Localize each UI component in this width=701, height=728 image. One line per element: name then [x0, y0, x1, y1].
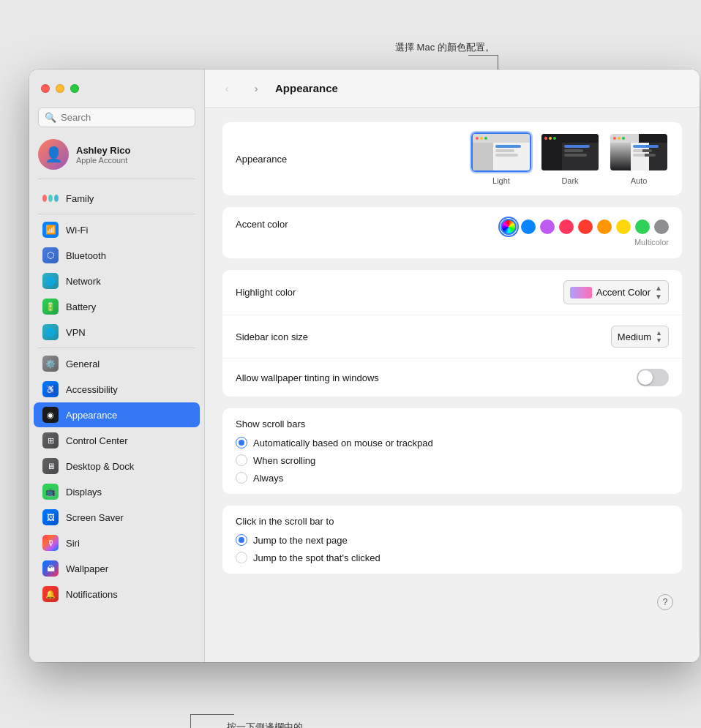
click-label-next-page: Jump to the next page: [253, 535, 348, 546]
main-window: 🔍 👤 Ashley Rico Apple Account: [29, 70, 700, 662]
appearance-card-row: Light: [382, 132, 669, 185]
network-icon: 🌐: [42, 273, 59, 289]
sidebar-item-displays[interactable]: 📺 Displays: [34, 479, 200, 504]
click-scroll-title: Click in the scroll bar to: [236, 516, 669, 527]
sidebar-item-general[interactable]: ⚙️ General: [34, 351, 200, 376]
sidebar-divider-3: [38, 348, 195, 348]
sidebar-icon-size-control: Medium ▲ ▼: [382, 326, 669, 348]
accent-multicolor[interactable]: [501, 219, 517, 235]
help-button[interactable]: ?: [657, 594, 673, 610]
user-info: Ashley Rico Apple Account: [76, 145, 195, 165]
sidebar-item-battery[interactable]: 🔋 Battery: [34, 294, 200, 319]
click-option-spot[interactable]: Jump to the spot that's clicked: [236, 552, 669, 563]
sidebar-item-vpn[interactable]: 🌐 VPN: [34, 320, 200, 345]
wallpaper-tinting-label: Allow wallpaper tinting in windows: [236, 372, 382, 383]
scroll-label-auto: Automatically based on mouse or trackpad: [253, 438, 433, 449]
close-button[interactable]: [41, 84, 50, 93]
sidebar-item-appearance[interactable]: ◉ Appearance: [34, 402, 200, 427]
user-subtitle: Apple Account: [76, 156, 195, 165]
sidebar-item-label-battery: Battery: [66, 301, 96, 312]
sidebar: 🔍 👤 Ashley Rico Apple Account: [29, 70, 205, 662]
battery-icon: 🔋: [42, 299, 59, 315]
scroll-option-auto[interactable]: Automatically based on mouse or trackpad: [236, 437, 669, 449]
sidebar-item-bluetooth[interactable]: ⬡ Bluetooth: [34, 243, 200, 268]
user-section[interactable]: 👤 Ashley Rico Apple Account: [29, 133, 204, 176]
sidebar-icon-size-select[interactable]: Medium ▲ ▼: [611, 326, 669, 348]
highlight-picker[interactable]: Accent Color ▲ ▼: [563, 280, 669, 304]
sidebar-item-family[interactable]: Family: [34, 186, 200, 211]
accent-graphite[interactable]: [654, 219, 669, 234]
general-icon: ⚙️: [42, 356, 59, 372]
scroll-option-always[interactable]: Always: [236, 472, 669, 484]
highlight-section: Highlight color Accent Color ▲ ▼: [222, 270, 682, 397]
scroll-radio-scrolling[interactable]: [236, 454, 247, 466]
toggle-thumb: [638, 370, 653, 385]
forward-button[interactable]: ›: [246, 81, 266, 96]
sidebar-icon-size-label: Sidebar icon size: [236, 331, 382, 342]
family-icon: [42, 190, 59, 206]
click-option-next-page[interactable]: Jump to the next page: [236, 534, 669, 546]
screen-saver-icon: 🖼: [42, 509, 59, 525]
sidebar-item-label-family: Family: [66, 193, 94, 204]
appearance-section: Appearance: [222, 122, 682, 195]
appearance-row: Appearance: [222, 122, 682, 195]
click-radio-next-page[interactable]: [236, 534, 247, 546]
scroll-radio-always[interactable]: [236, 472, 247, 484]
scroll-label-scrolling: When scrolling: [253, 455, 315, 466]
scroll-radio-auto[interactable]: [236, 437, 247, 449]
accent-pink[interactable]: [559, 219, 574, 234]
titlebar: [29, 70, 204, 108]
search-input[interactable]: [61, 112, 189, 123]
sidebar-item-siri[interactable]: 🎙 Siri: [34, 530, 200, 555]
accent-green[interactable]: [635, 219, 650, 234]
maximize-button[interactable]: [70, 84, 79, 93]
wallpaper-tinting-row: Allow wallpaper tinting in windows: [222, 359, 682, 397]
accent-sublabel: Multicolor: [634, 238, 669, 247]
appearance-card-light[interactable]: Light: [471, 132, 531, 185]
accent-color-row: Accent color: [222, 207, 682, 258]
sidebar-item-label-network: Network: [66, 276, 101, 287]
dark-preview: [540, 132, 600, 172]
accent-blue[interactable]: [521, 219, 536, 234]
sidebar-item-notifications[interactable]: 🔔 Notifications: [34, 582, 200, 607]
help-area: ?: [222, 585, 682, 613]
accent-color-swatches: [501, 219, 669, 235]
accent-red[interactable]: [578, 219, 593, 234]
sidebar-item-wallpaper[interactable]: 🏔 Wallpaper: [34, 556, 200, 581]
main-content: ‹ › Appearance Appearance: [205, 70, 700, 662]
sidebar-divider-2: [38, 214, 195, 214]
show-scroll-bars-section: Show scroll bars Automatically based on …: [222, 408, 682, 494]
siri-icon: 🎙: [42, 535, 59, 551]
search-box[interactable]: 🔍: [38, 108, 195, 127]
sidebar-item-desktop-dock[interactable]: 🖥 Desktop & Dock: [34, 454, 200, 479]
sidebar-icon-size-row: Sidebar icon size Medium ▲ ▼: [222, 315, 682, 359]
accent-yellow[interactable]: [616, 219, 631, 234]
content-area: Appearance: [205, 108, 700, 662]
control-center-icon: ⊞: [42, 432, 59, 449]
sidebar-item-label-notifications: Notifications: [66, 589, 118, 600]
sidebar-item-label-control-center: Control Center: [66, 435, 128, 446]
sidebar-item-screen-saver[interactable]: 🖼 Screen Saver: [34, 505, 200, 530]
sidebar-item-control-center[interactable]: ⊞ Control Center: [34, 428, 200, 453]
scroll-option-scrolling[interactable]: When scrolling: [236, 454, 669, 466]
dark-label: Dark: [561, 176, 578, 185]
sidebar-item-accessibility[interactable]: ♿ Accessibility: [34, 377, 200, 402]
accent-orange[interactable]: [597, 219, 612, 234]
appearance-row-label: Appearance: [236, 154, 382, 165]
click-radio-spot[interactable]: [236, 552, 247, 563]
sidebar-item-label-accessibility: Accessibility: [66, 384, 118, 395]
sidebar-divider-1: [38, 179, 195, 179]
scroll-label-always: Always: [253, 473, 283, 484]
wallpaper-tinting-toggle[interactable]: [637, 369, 669, 386]
appearance-card-dark[interactable]: Dark: [540, 132, 600, 185]
accent-purple[interactable]: [540, 219, 555, 234]
auto-label: Auto: [631, 176, 648, 185]
back-button[interactable]: ‹: [217, 81, 237, 96]
minimize-button[interactable]: [56, 84, 64, 93]
desktop-dock-icon: 🖥: [42, 458, 59, 474]
sidebar-item-wifi[interactable]: 📶 Wi-Fi: [34, 217, 200, 242]
accent-color-label: Accent color: [236, 219, 382, 230]
appearance-card-auto[interactable]: Auto: [609, 132, 669, 185]
sidebar-item-network[interactable]: 🌐 Network: [34, 269, 200, 293]
auto-preview: [609, 132, 669, 172]
